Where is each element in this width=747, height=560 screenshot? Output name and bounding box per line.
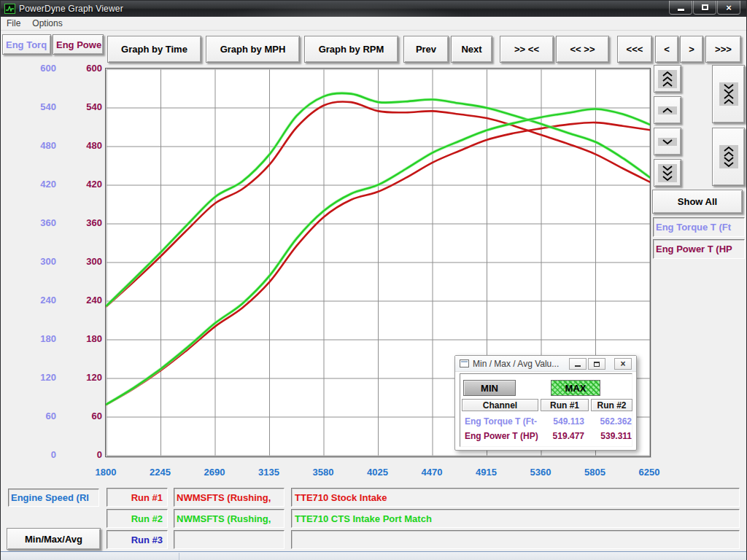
y-tick-power-120: 120: [70, 372, 102, 383]
chevron-icon: [658, 106, 677, 114]
pan-right-button[interactable]: >: [680, 36, 703, 63]
max-button[interactable]: MAX: [551, 380, 600, 396]
maximize-button[interactable]: [693, 1, 716, 15]
y-tick-power-360: 360: [70, 217, 102, 228]
y-tick-power-240: 240: [70, 295, 102, 306]
close-button[interactable]: ×: [717, 1, 740, 15]
x-channel-box: Engine Speed (RI: [8, 489, 99, 507]
zoom-out-x-button[interactable]: << >>: [556, 36, 609, 63]
scroll-up-button[interactable]: [654, 96, 681, 124]
minimize-icon: [678, 9, 684, 11]
y-tick-torque-300: 300: [23, 256, 56, 267]
minmax-run1-value-0: 549.113: [536, 416, 584, 427]
graph-by-mph-button[interactable]: Graph by MPH: [206, 36, 300, 63]
y-tick-torque-240: 240: [23, 295, 56, 306]
y-tick-power-0: 0: [70, 449, 102, 460]
y-tick-power-180: 180: [70, 333, 102, 344]
y-tick-torque-180: 180: [23, 333, 56, 344]
channel-label-power: Eng Power T (HP: [653, 239, 745, 259]
pan-far-left-button[interactable]: <<<: [617, 36, 652, 63]
minmax-window[interactable]: Min / Max / Avg Valu... × MIN MAX Channe…: [454, 355, 637, 451]
minmax-channel-name-0: Eng Torque T (Ft-: [465, 416, 541, 427]
chevron-icon: [658, 138, 677, 146]
minmax-minimize-icon: [575, 365, 581, 367]
axis-channel-button-2[interactable]: Eng Powe: [53, 34, 104, 55]
x-tick-6250: 6250: [630, 467, 668, 478]
chevron-icon: [658, 70, 677, 88]
y-tick-torque-120: 120: [23, 372, 56, 383]
minmax-maximize-icon: [594, 362, 600, 367]
minmax-run2-value-0: 562.362: [587, 416, 632, 427]
x-tick-2245: 2245: [142, 467, 179, 478]
min-button[interactable]: MIN: [463, 380, 516, 396]
y-tick-torque-600: 600: [23, 63, 56, 74]
minmax-panel: MIN MAX ChannelRun #1Run #2Eng Torque T …: [460, 373, 632, 447]
minmax-maximize-button[interactable]: [588, 358, 605, 370]
minmax-channel-name-1: Eng Power T (HP): [465, 431, 541, 441]
y-tick-torque-480: 480: [23, 140, 56, 151]
y-tick-torque-0: 0: [23, 449, 56, 460]
pan-left-button[interactable]: <: [655, 36, 678, 63]
minmaxavg-button[interactable]: Min/Max/Avg: [7, 528, 101, 550]
minmax-column-header-run1[interactable]: Run #1: [541, 399, 589, 411]
status-bar: [1, 551, 746, 560]
minmax-close-button[interactable]: ×: [614, 358, 632, 370]
minmax-column-header-run2[interactable]: Run #2: [591, 399, 632, 411]
run-comment-box-3[interactable]: [291, 530, 740, 549]
x-tick-2690: 2690: [196, 467, 233, 478]
app-window: PowerDyne Graph Viewer × FileOptions Eng…: [0, 0, 747, 560]
x-tick-5805: 5805: [576, 467, 614, 478]
window-title: PowerDyne Graph Viewer: [19, 4, 123, 14]
collapse-vertical-scale-button[interactable]: [712, 65, 745, 123]
minmax-column-header-channel[interactable]: Channel: [462, 399, 538, 411]
x-tick-4915: 4915: [468, 467, 506, 478]
run-comment-box-1[interactable]: TTE710 Stock Intake: [291, 488, 740, 507]
run-label-box-2: Run #2: [107, 509, 168, 528]
show-all-button[interactable]: Show All: [652, 190, 743, 214]
axis-channel-button-1[interactable]: Eng Torq: [2, 34, 51, 55]
scroll-down-button[interactable]: [654, 128, 681, 155]
y-tick-power-600: 600: [70, 63, 102, 74]
minmax-close-icon: ×: [620, 359, 625, 369]
x-tick-5360: 5360: [522, 467, 560, 478]
graph-by-time-button[interactable]: Graph by Time: [107, 36, 201, 63]
y-tick-power-300: 300: [70, 256, 102, 267]
graph-by-rpm-button[interactable]: Graph by RPM: [304, 36, 398, 63]
run-file-box-1[interactable]: NWMSFTS (Rushing,: [174, 488, 285, 507]
y-tick-power-540: 540: [70, 101, 102, 112]
chevron-icon: [658, 164, 677, 182]
minmax-title-bar[interactable]: Min / Max / Avg Valu... ×: [455, 356, 636, 372]
run-file-box-3[interactable]: [174, 530, 285, 549]
run-comment-box-2[interactable]: TTE710 CTS Intake Port Match: [291, 509, 740, 528]
run-file-box-2[interactable]: NWMSFTS (Rushing,: [174, 509, 285, 528]
minmax-window-icon: [460, 359, 469, 368]
zoom-in-x-button[interactable]: >> <<: [500, 36, 554, 63]
run-label-box-3: Run #3: [107, 530, 168, 549]
y-tick-torque-60: 60: [23, 411, 56, 421]
y-tick-power-60: 60: [70, 411, 102, 421]
expand-vertical-scale-button[interactable]: [712, 128, 745, 186]
minmax-run2-value-1: 539.311: [587, 431, 632, 441]
x-tick-4470: 4470: [413, 467, 451, 478]
next-button[interactable]: Next: [451, 36, 492, 63]
minimize-button[interactable]: [669, 1, 692, 15]
y-tick-torque-360: 360: [23, 217, 56, 228]
pan-far-right-button[interactable]: >>>: [705, 36, 741, 63]
y-tick-torque-540: 540: [23, 101, 56, 112]
prev-button[interactable]: Prev: [403, 36, 449, 63]
maximize-icon: [702, 4, 708, 10]
scroll-up-fast-button[interactable]: [654, 65, 681, 93]
status-bar-divider: [179, 553, 179, 560]
scroll-down-fast-button[interactable]: [654, 159, 681, 187]
minmax-minimize-button[interactable]: [569, 358, 587, 370]
run-label-box-1: Run #1: [107, 488, 168, 507]
chevron-icon: [719, 145, 738, 168]
app-icon: [4, 4, 15, 14]
title-bar: PowerDyne Graph Viewer ×: [1, 1, 746, 17]
x-tick-3580: 3580: [304, 467, 342, 478]
menu-bar: FileOptions: [1, 17, 746, 31]
window-controls: ×: [668, 1, 740, 15]
menu-file[interactable]: File: [1, 17, 26, 30]
menu-options[interactable]: Options: [26, 17, 68, 30]
y-tick-torque-420: 420: [23, 179, 56, 190]
